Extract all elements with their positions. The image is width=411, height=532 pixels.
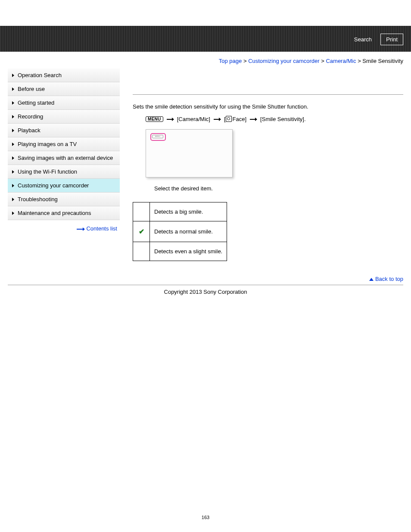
sidebar-item-getting-started[interactable]: Getting started xyxy=(8,96,120,110)
sidebar-item-playing-images-on-a-tv[interactable]: Playing images on a TV xyxy=(8,137,120,151)
sidebar-item-label: Getting started xyxy=(18,100,54,106)
page-number: 163 xyxy=(0,308,411,529)
triangle-up-icon xyxy=(369,278,374,281)
option-description: Detects a big smile. xyxy=(150,202,227,221)
chevron-right-icon xyxy=(12,212,14,215)
instruction-text: Select the desired item. xyxy=(154,185,403,192)
table-row: Detects a big smile. xyxy=(133,202,227,221)
breadcrumb-sep: > xyxy=(321,58,324,64)
sidebar-item-label: Maintenance and precautions xyxy=(18,210,91,216)
check-cell xyxy=(133,242,150,261)
contents-list-link-wrap: Contents list xyxy=(8,220,120,237)
sidebar: Operation SearchBefore useGetting starte… xyxy=(8,68,120,271)
check-cell xyxy=(133,202,150,221)
nav-step: [Face] xyxy=(224,116,246,122)
search-button[interactable]: Search xyxy=(349,34,377,45)
arrow-right-icon xyxy=(250,119,257,120)
nav-step: [Smile Sensitivity]. xyxy=(260,116,305,122)
nav-step: [Camera/Mic] xyxy=(177,116,210,122)
contents-list-link[interactable]: Contents list xyxy=(86,225,117,232)
sidebar-item-label: Using the Wi-Fi function xyxy=(18,168,77,175)
checkmark-icon: ✔ xyxy=(139,228,144,235)
sidebar-item-label: Recording xyxy=(18,113,43,120)
option-description: Detects a normal smile. xyxy=(150,221,227,242)
breadcrumb-sep: > xyxy=(358,58,361,64)
back-to-top-wrap: Back to top xyxy=(0,271,411,285)
chevron-right-icon xyxy=(12,198,14,201)
sidebar-item-maintenance-and-precautions[interactable]: Maintenance and precautions xyxy=(8,206,120,220)
sidebar-item-label: Before use xyxy=(18,86,45,92)
options-table: Detects a big smile.✔Detects a normal sm… xyxy=(133,202,227,261)
sidebar-item-recording[interactable]: Recording xyxy=(8,110,120,124)
chevron-right-icon xyxy=(12,170,14,174)
arrow-right-icon xyxy=(77,229,84,230)
chevron-right-icon xyxy=(12,156,14,160)
sidebar-item-label: Saving images with an external device xyxy=(18,155,113,161)
sidebar-item-label: Playing images on a TV xyxy=(18,141,77,147)
chevron-right-icon xyxy=(12,101,14,105)
sidebar-item-label: Troubleshooting xyxy=(18,196,58,202)
breadcrumb: Top page > Customizing your camcorder > … xyxy=(0,52,411,68)
breadcrumb-current: Smile Sensitivity xyxy=(362,58,403,64)
sidebar-item-customizing-your-camcorder[interactable]: Customizing your camcorder xyxy=(8,179,120,193)
chevron-right-icon xyxy=(12,184,14,187)
option-description: Detects even a slight smile. xyxy=(150,242,227,261)
table-row: ✔Detects a normal smile. xyxy=(133,221,227,242)
breadcrumb-link-camera-mic[interactable]: Camera/Mic xyxy=(326,58,356,64)
divider xyxy=(133,94,403,95)
header-bar: Search Print xyxy=(0,26,411,52)
chevron-right-icon xyxy=(12,115,14,118)
main-content: Sets the smile detection sensitivity for… xyxy=(120,68,411,271)
chevron-right-icon xyxy=(12,87,14,91)
breadcrumb-sep: > xyxy=(243,58,247,64)
check-cell: ✔ xyxy=(133,221,150,242)
menu-indicator: MENU xyxy=(152,135,163,138)
chevron-right-icon xyxy=(12,74,14,77)
arrow-right-icon xyxy=(214,119,221,120)
sidebar-item-before-use[interactable]: Before use xyxy=(8,82,120,96)
sidebar-item-using-the-wi-fi-function[interactable]: Using the Wi-Fi function xyxy=(8,165,120,179)
table-row: Detects even a slight smile. xyxy=(133,242,227,261)
menu-button-icon: MENU xyxy=(146,116,163,122)
description-text: Sets the smile detection sensitivity for… xyxy=(133,103,403,110)
sidebar-item-label: Customizing your camcorder xyxy=(18,182,89,189)
breadcrumb-link-customizing[interactable]: Customizing your camcorder xyxy=(248,58,319,64)
sidebar-item-operation-search[interactable]: Operation Search xyxy=(8,68,120,82)
sidebar-item-label: Operation Search xyxy=(18,72,62,78)
face-icon xyxy=(226,116,232,122)
copyright-text: Copyright 2013 Sony Corporation xyxy=(0,285,411,308)
sidebar-item-saving-images-with-an-external-device[interactable]: Saving images with an external device xyxy=(8,151,120,165)
arrow-right-icon xyxy=(167,119,174,120)
breadcrumb-link-top[interactable]: Top page xyxy=(219,58,242,64)
camera-screen-illustration: MENU xyxy=(146,129,233,177)
sidebar-item-label: Playback xyxy=(18,127,40,134)
back-to-top-link[interactable]: Back to top xyxy=(375,276,403,282)
chevron-right-icon xyxy=(12,143,14,146)
sidebar-item-troubleshooting[interactable]: Troubleshooting xyxy=(8,193,120,206)
chevron-right-icon xyxy=(12,129,14,132)
print-button[interactable]: Print xyxy=(380,34,403,45)
sidebar-item-playback[interactable]: Playback xyxy=(8,124,120,137)
menu-navigation-path: MENU [Camera/Mic] [Face] [Smile Sensitiv… xyxy=(146,116,403,122)
